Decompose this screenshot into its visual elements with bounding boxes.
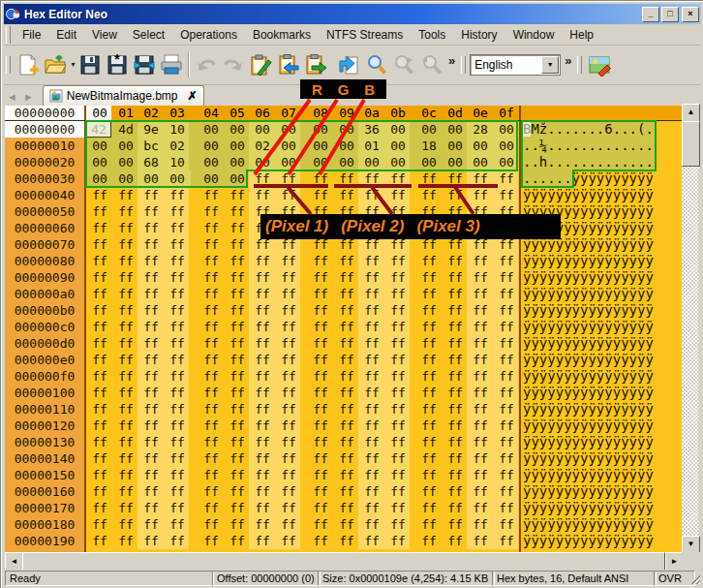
byte-cell[interactable]: ff <box>309 516 332 533</box>
byte-cell[interactable]: ff <box>417 467 441 483</box>
byte-cell[interactable]: ff <box>335 352 358 368</box>
byte-cell[interactable]: ff <box>88 385 111 401</box>
byte-cell[interactable]: ff <box>114 467 138 483</box>
byte-cell[interactable]: ff <box>469 170 492 187</box>
byte-cell[interactable]: ff <box>386 335 410 352</box>
byte-cell[interactable]: ff <box>417 319 441 335</box>
byte-cell[interactable]: ff <box>386 319 410 335</box>
byte-cell[interactable]: 00 <box>277 121 300 138</box>
byte-cell[interactable]: ff <box>309 533 332 549</box>
byte-cell[interactable]: 00 <box>495 121 518 138</box>
image-options-button[interactable] <box>586 51 613 78</box>
byte-cell[interactable]: ff <box>88 483 111 500</box>
menu-item-history[interactable]: History <box>453 26 504 44</box>
byte-cell[interactable]: 68 <box>139 154 163 170</box>
byte-cell[interactable]: ff <box>443 450 467 467</box>
byte-cell[interactable]: ff <box>139 335 163 352</box>
byte-cell[interactable]: ff <box>251 335 274 352</box>
byte-cell[interactable]: ff <box>251 187 274 203</box>
byte-cell[interactable]: 00 <box>226 121 249 138</box>
byte-cell[interactable]: 02 <box>251 138 274 154</box>
byte-cell[interactable]: ff <box>88 187 111 203</box>
byte-cell[interactable]: ff <box>277 450 300 467</box>
byte-cell[interactable]: ff <box>114 352 138 368</box>
byte-cell[interactable]: ff <box>166 286 189 302</box>
byte-cell[interactable]: ff <box>251 418 274 434</box>
byte-cell[interactable]: ff <box>495 302 518 319</box>
byte-cell[interactable]: ff <box>360 253 383 269</box>
clipboard-copy-button[interactable] <box>274 51 301 78</box>
byte-cell[interactable]: ff <box>199 236 223 253</box>
byte-cell[interactable]: ff <box>199 368 223 385</box>
byte-cell[interactable]: ff <box>226 187 249 203</box>
byte-cell[interactable]: ff <box>469 302 492 319</box>
byte-cell[interactable]: ff <box>443 319 467 335</box>
byte-cell[interactable]: ff <box>309 335 332 352</box>
scroll-left-icon[interactable]: ◄ <box>5 552 23 572</box>
byte-cell[interactable]: ff <box>226 319 249 335</box>
open-file-dropdown-icon[interactable]: ▼ <box>70 61 76 68</box>
byte-cell[interactable]: 00 <box>88 170 111 187</box>
byte-cell[interactable]: ff <box>360 401 383 418</box>
byte-cell[interactable]: ff <box>386 385 410 401</box>
byte-cell[interactable]: ff <box>114 368 138 385</box>
byte-cell[interactable]: ff <box>199 286 223 302</box>
byte-cell[interactable]: ff <box>166 450 189 467</box>
byte-cell[interactable]: ff <box>139 236 163 253</box>
byte-cell[interactable]: ff <box>360 434 383 450</box>
tab-close-icon[interactable]: ✗ <box>188 89 198 103</box>
byte-cell[interactable]: ff <box>166 269 189 286</box>
byte-cell[interactable]: 00 <box>226 154 249 170</box>
byte-cell[interactable]: 9e <box>139 121 163 138</box>
byte-cell[interactable]: ff <box>443 385 467 401</box>
ascii-row[interactable]: ..¼............. <box>523 138 654 154</box>
combo-dropdown-icon[interactable]: ▼ <box>541 56 559 74</box>
byte-cell[interactable]: ff <box>251 401 274 418</box>
menu-item-window[interactable]: Window <box>505 26 563 44</box>
byte-cell[interactable]: ff <box>251 385 274 401</box>
byte-cell[interactable]: ff <box>88 467 111 483</box>
byte-cell[interactable]: ff <box>114 500 138 516</box>
byte-cell[interactable]: 00 <box>139 170 163 187</box>
byte-cell[interactable]: 00 <box>469 138 492 154</box>
byte-cell[interactable]: ff <box>166 236 189 253</box>
byte-cell[interactable]: ff <box>309 401 332 418</box>
byte-cell[interactable]: ff <box>226 401 249 418</box>
save-all-button[interactable]: * <box>104 51 131 78</box>
byte-cell[interactable]: ff <box>309 352 332 368</box>
byte-cell[interactable]: ff <box>417 335 441 352</box>
byte-cell[interactable]: 00 <box>166 170 189 187</box>
byte-cell[interactable]: 00 <box>386 121 410 138</box>
byte-cell[interactable]: ff <box>199 187 223 203</box>
byte-cell[interactable]: ff <box>166 483 189 500</box>
byte-cell[interactable]: ff <box>417 302 441 319</box>
byte-cell[interactable]: ff <box>309 467 332 483</box>
byte-cell[interactable]: 02 <box>166 138 189 154</box>
print-button[interactable] <box>158 51 185 78</box>
byte-cell[interactable]: ff <box>443 516 467 533</box>
byte-cell[interactable]: ff <box>88 352 111 368</box>
byte-cell[interactable]: ff <box>495 418 518 434</box>
tab-newbitmaimage[interactable]: NewBitmaImage.bmp ✗ <box>43 85 204 106</box>
byte-cell[interactable]: ff <box>495 352 518 368</box>
byte-cell[interactable]: ff <box>495 401 518 418</box>
byte-cell[interactable]: ff <box>139 352 163 368</box>
byte-cell[interactable]: ff <box>226 203 249 220</box>
byte-cell[interactable]: ff <box>309 483 332 500</box>
byte-cell[interactable]: ff <box>360 500 383 516</box>
scroll-up-icon[interactable]: ▲ <box>682 104 700 122</box>
byte-cell[interactable]: ff <box>251 170 274 187</box>
byte-cell[interactable]: ff <box>309 500 332 516</box>
byte-cell[interactable]: ff <box>495 434 518 450</box>
byte-cell[interactable]: ff <box>386 286 410 302</box>
byte-cell[interactable]: ff <box>443 483 467 500</box>
byte-cell[interactable]: ff <box>226 516 249 533</box>
byte-cell[interactable]: ff <box>226 533 249 549</box>
byte-cell[interactable]: ff <box>386 269 410 286</box>
byte-cell[interactable]: 00 <box>251 121 274 138</box>
byte-cell[interactable]: ff <box>335 302 358 319</box>
byte-cell[interactable]: ff <box>469 450 492 467</box>
toolbar-overflow-icon-2[interactable]: » <box>561 53 575 76</box>
byte-cell[interactable]: ff <box>139 450 163 467</box>
byte-cell[interactable]: 00 <box>277 154 300 170</box>
